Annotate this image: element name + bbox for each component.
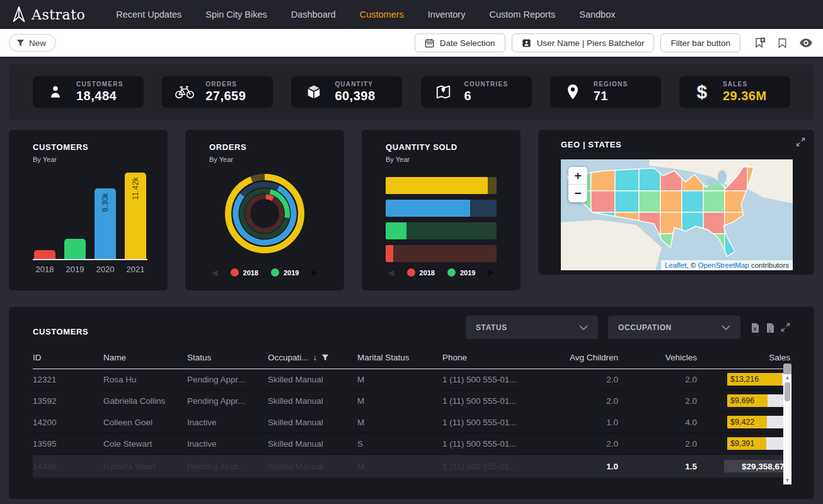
- donut-ring-2021[interactable]: [228, 177, 301, 250]
- kpi-label: ORDERS: [205, 81, 246, 88]
- hbar-2020[interactable]: [386, 200, 497, 217]
- customers-table-panel: CUSTOMERS STATUS OCCUPATION X ,: [9, 307, 814, 499]
- sales-bar: $13,216: [727, 373, 790, 386]
- quantity-hbar-chart: [386, 177, 497, 262]
- occupation-filter-dropdown[interactable]: OCCUPATION: [608, 316, 740, 339]
- legend-dot: [447, 268, 456, 277]
- orders-donut-chart[interactable]: [209, 169, 320, 258]
- nav-item-customers[interactable]: Customers: [348, 9, 416, 20]
- cell-status: Pending Appr...: [187, 396, 268, 406]
- cell-name: Rosa Hu: [103, 375, 187, 384]
- legend-next-button[interactable]: ▶: [311, 268, 318, 277]
- column-header-label: Sales: [769, 353, 790, 362]
- faded-cell-marital: M: [357, 462, 442, 471]
- pin-icon: [563, 83, 583, 101]
- nav-item-sandbox[interactable]: Sandbox: [567, 9, 627, 20]
- nav-item-recent-updates[interactable]: Recent Updates: [104, 9, 193, 20]
- legend-item-2019[interactable]: 2019: [271, 268, 299, 277]
- bar-2018[interactable]: [34, 250, 55, 259]
- cell-vehicles: 2.0: [618, 396, 697, 406]
- faded-cell-name: Isabella Ward: [103, 462, 187, 471]
- cell-id: 13595: [33, 439, 103, 449]
- export-csv-icon[interactable]: ,: [766, 323, 775, 333]
- expand-icon[interactable]: [796, 137, 805, 147]
- legend-dot: [271, 268, 279, 277]
- scroll-down-arrow[interactable]: ▼: [785, 478, 790, 484]
- new-filter-button[interactable]: New: [9, 34, 56, 52]
- column-header-occupati[interactable]: Occupati...↓: [268, 353, 357, 362]
- occupation-filter-label: OCCUPATION: [618, 323, 672, 332]
- table-row[interactable]: 13592Gabriella CollinsPending Appr...Ski…: [33, 391, 790, 412]
- table-row[interactable]: 13595Cole StewartInactiveSkilled ManualS…: [33, 433, 790, 455]
- astrato-logo[interactable]: Astrato: [11, 6, 85, 23]
- column-header-name[interactable]: Name: [103, 353, 187, 362]
- nav-item-inventory[interactable]: Inventory: [416, 9, 478, 20]
- cell-sales: $9,422: [697, 416, 790, 428]
- scroll-up-arrow[interactable]: ▲: [785, 375, 790, 381]
- openstreetmap-link[interactable]: OpenStreetMap: [698, 261, 749, 269]
- scrollbar-thumb[interactable]: [785, 382, 790, 401]
- cell-name: Colleen Goel: [103, 418, 187, 427]
- column-header-label: Name: [103, 353, 126, 362]
- leaflet-link[interactable]: Leaflet: [665, 261, 687, 269]
- hbar-2018[interactable]: [386, 245, 497, 262]
- column-header-status[interactable]: Status: [187, 353, 268, 362]
- user-name-button[interactable]: User Name | Piers Batchelor: [512, 33, 655, 52]
- expand-icon[interactable]: [781, 323, 790, 332]
- kpi-text: ORDERS27,659: [205, 81, 246, 103]
- legend-next-button[interactable]: ▶: [488, 268, 494, 277]
- geo-states-panel: GEO | STATES: [538, 130, 814, 275]
- sort-descending-icon[interactable]: ↓: [313, 353, 318, 362]
- column-header-sales[interactable]: Sales: [697, 353, 790, 362]
- nav-item-spin-city-bikes[interactable]: Spin City Bikes: [193, 9, 279, 20]
- hbar-2019[interactable]: [386, 222, 497, 239]
- status-filter-dropdown[interactable]: STATUS: [466, 316, 598, 339]
- legend-item-2018[interactable]: 2018: [231, 268, 258, 277]
- column-header-vehicles[interactable]: Vehicles: [618, 353, 697, 362]
- filter-bar-button[interactable]: Filter bar button: [660, 33, 740, 52]
- nav-item-dashboard[interactable]: Dashboard: [279, 9, 348, 20]
- customers-x-labels: 2018201920202021: [33, 265, 147, 274]
- x-axis-label: 2021: [125, 265, 146, 274]
- table-row[interactable]: 12321Rosa HuPending Appr...Skilled Manua…: [33, 369, 790, 391]
- column-header-phone[interactable]: Phone: [442, 353, 546, 362]
- legend-item-2019[interactable]: 2019: [447, 268, 475, 277]
- user-badge-icon: [522, 38, 531, 48]
- kpi-value: 27,659: [205, 89, 246, 103]
- map-zoom-out-button[interactable]: −: [568, 185, 587, 202]
- cell-avg_children: 1.0: [546, 418, 618, 427]
- kpi-label: CUSTOMERS: [76, 81, 124, 88]
- hbar-2021[interactable]: [386, 177, 497, 194]
- column-header-marital-status[interactable]: Marital Status: [357, 353, 442, 362]
- eye-icon[interactable]: [798, 36, 814, 50]
- map-zoom-in-button[interactable]: +: [568, 167, 587, 185]
- bar-2021[interactable]: 11.42k: [125, 173, 146, 259]
- kpi-card-orders: ORDERS27,659: [162, 76, 273, 108]
- bar-2019[interactable]: [64, 239, 86, 259]
- brand-name: Astrato: [32, 7, 85, 23]
- faded-cell-phone: 1 (11) 500 555-01...: [442, 462, 546, 471]
- bar-2020[interactable]: 9.30k: [95, 188, 116, 259]
- column-funnel-icon[interactable]: [321, 354, 329, 362]
- cell-phone: 1 (11) 500 555-01...: [442, 439, 546, 449]
- date-selection-button[interactable]: Date Selection: [415, 33, 505, 52]
- legend-item-2018[interactable]: 2018: [407, 268, 435, 277]
- column-header-id[interactable]: ID: [33, 353, 103, 362]
- export-excel-icon[interactable]: X: [751, 323, 760, 333]
- legend-prev-button[interactable]: ◀: [388, 268, 394, 277]
- cell-occupation: Skilled Manual: [268, 396, 357, 406]
- bookmark-add-icon[interactable]: [752, 35, 767, 50]
- total-avg-children: 1.0: [546, 462, 618, 471]
- column-header-avg-children[interactable]: Avg Children: [546, 353, 618, 362]
- us-states-map: [561, 159, 793, 270]
- cell-occupation: Skilled Manual: [268, 418, 357, 427]
- leaflet-map[interactable]: + − Leaflet, © OpenStreetMap contributor…: [561, 159, 793, 270]
- nav-item-custom-reports[interactable]: Custom Reports: [477, 9, 567, 20]
- table-row[interactable]: 14200Colleen GoelInactiveSkilled ManualM…: [33, 412, 790, 433]
- calendar-icon: [425, 38, 434, 48]
- bookmark-icon[interactable]: [775, 36, 790, 50]
- cell-occupation: Skilled Manual: [268, 439, 357, 449]
- table-scrollbar[interactable]: ▲ ▼: [783, 374, 791, 484]
- cell-vehicles: 2.0: [618, 439, 697, 449]
- legend-prev-button[interactable]: ◀: [212, 268, 218, 277]
